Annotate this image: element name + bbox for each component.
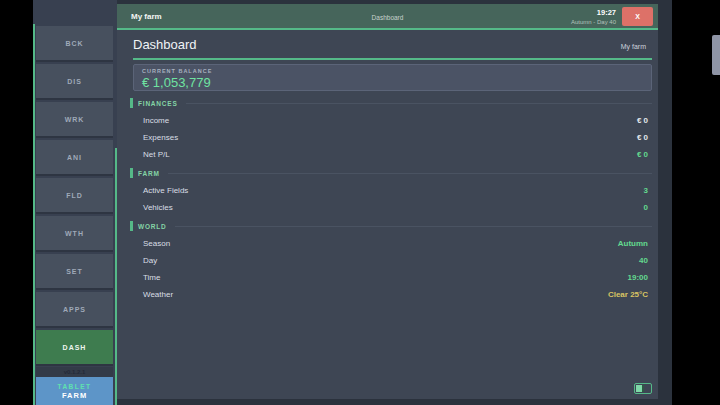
sidebar-item-label: BCK (65, 40, 83, 47)
section-title-label: FARM (138, 170, 160, 177)
date-label: Autumn - Day 40 (571, 19, 616, 25)
section-title-label: WORLD (138, 223, 167, 230)
stat-row-net-pl: Net P/L € 0 (143, 148, 648, 160)
battery-fill (636, 385, 644, 392)
sidebar-item-dis[interactable]: DIS (36, 64, 113, 100)
row-label: Season (143, 239, 170, 248)
balance-value: € 1,053,779 (142, 75, 643, 90)
tablet-window: BCK DIS WRK ANI FLD WTH SET APPS DASH v0… (33, 0, 672, 405)
row-label: Expenses (143, 133, 178, 142)
row-label: Weather (143, 290, 173, 299)
battery-icon (634, 383, 652, 394)
row-label: Net P/L (143, 150, 170, 159)
farm-name-label: My farm (621, 43, 646, 50)
top-bar: My farm Dashboard 19:27 Autumn - Day 40 … (117, 4, 658, 30)
section-rule (168, 173, 652, 174)
row-label: Vehicles (143, 203, 173, 212)
sidebar-item-label: DIS (67, 78, 82, 85)
row-value: € 0 (637, 116, 648, 125)
close-button[interactable]: X (622, 7, 653, 26)
stat-row-active-fields: Active Fields 3 (143, 184, 648, 196)
topbar-clock-block: 19:27 Autumn - Day 40 (571, 8, 616, 25)
sidebar-item-label: WTH (65, 230, 84, 237)
row-value: 0 (644, 203, 648, 212)
row-label: Day (143, 256, 157, 265)
sidebar-item-label: SET (66, 268, 83, 275)
section-title-label: FINANCES (138, 100, 178, 107)
sidebar-item-label: FLD (66, 192, 83, 199)
page-title: Dashboard (133, 37, 197, 52)
sidebar-item-label: WRK (65, 116, 85, 123)
section-farm: FARM (130, 168, 652, 178)
stat-row-season: Season Autumn (143, 237, 648, 249)
sidebar-item-fields[interactable]: FLD (36, 178, 113, 214)
sidebar-item-weather[interactable]: WTH (36, 216, 113, 252)
desktop-artifact (712, 35, 720, 75)
sidebar-item-work[interactable]: WRK (36, 102, 113, 138)
row-value: € 0 (637, 150, 648, 159)
row-label: Active Fields (143, 186, 188, 195)
current-balance-card: CURRENT BALANCE € 1,053,779 (133, 64, 652, 91)
title-underline (133, 58, 652, 60)
row-value: Clear 25°C (608, 290, 648, 299)
sidebar: BCK DIS WRK ANI FLD WTH SET APPS DASH v0… (33, 0, 117, 405)
version-label: v0.1.2.1 (36, 367, 113, 377)
row-label: Time (143, 273, 160, 282)
section-accent-bar (130, 98, 133, 108)
row-value: 19:00 (628, 273, 648, 282)
sidebar-item-animals[interactable]: ANI (36, 140, 113, 176)
row-value: Autumn (618, 239, 648, 248)
clock-label: 19:27 (571, 8, 616, 17)
screen: BCK DIS WRK ANI FLD WTH SET APPS DASH v0… (0, 0, 720, 405)
stat-row-time: Time 19:00 (143, 271, 648, 283)
dashboard-panel: Dashboard My farm CURRENT BALANCE € 1,05… (117, 30, 658, 399)
close-icon: X (635, 13, 640, 20)
section-accent-bar (130, 221, 133, 231)
sidebar-item-back[interactable]: BCK (36, 26, 113, 62)
section-rule (186, 103, 652, 104)
row-value: 40 (639, 256, 648, 265)
brand-farm-label: FARM (62, 391, 87, 400)
stat-row-vehicles: Vehicles 0 (143, 201, 648, 213)
stat-row-expenses: Expenses € 0 (143, 131, 648, 143)
section-finances: FINANCES (130, 98, 652, 108)
sidebar-item-label: APPS (63, 306, 86, 313)
section-accent-bar (130, 168, 133, 178)
stat-row-day: Day 40 (143, 254, 648, 266)
stat-row-weather: Weather Clear 25°C (143, 288, 648, 300)
balance-label: CURRENT BALANCE (142, 68, 643, 74)
section-rule (175, 226, 652, 227)
brand-tablet-label: TABLET (57, 383, 91, 390)
sidebar-item-dashboard[interactable]: DASH (36, 330, 113, 366)
sidebar-item-label: DASH (63, 344, 87, 351)
row-value: 3 (644, 186, 648, 195)
sidebar-item-settings[interactable]: SET (36, 254, 113, 290)
sidebar-item-label: ANI (67, 154, 82, 161)
sidebar-accent-line-left (33, 24, 35, 405)
row-label: Income (143, 116, 169, 125)
stat-row-income: Income € 0 (143, 114, 648, 126)
sidebar-item-tablet-farm[interactable]: TABLET FARM (36, 377, 113, 405)
row-value: € 0 (637, 133, 648, 142)
sidebar-item-apps[interactable]: APPS (36, 292, 113, 328)
section-world: WORLD (130, 221, 652, 231)
